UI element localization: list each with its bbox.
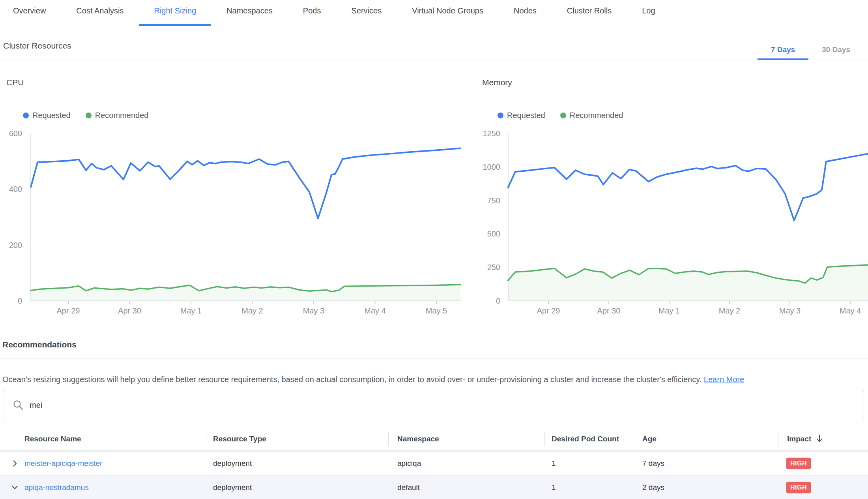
svg-text:Apr 29: Apr 29 [537, 306, 560, 315]
resource-name-link[interactable]: apiqa-nostradamus [24, 483, 89, 492]
namespace-cell: default [397, 483, 420, 492]
column-separator [778, 431, 778, 446]
nav-tab-virtual-node-groups[interactable]: Virtual Node Groups [412, 0, 483, 26]
age-cell: 7 days [642, 459, 664, 468]
legend-label: Requested [507, 111, 545, 120]
svg-text:Apr 30: Apr 30 [597, 306, 621, 315]
search-box [4, 391, 864, 419]
svg-text:May 4: May 4 [364, 306, 385, 315]
legend-dot-icon [498, 113, 503, 118]
column-separator [206, 431, 206, 446]
search-input[interactable] [29, 400, 819, 410]
column-header-desired-pod-count[interactable]: Desired Pod Count [552, 435, 619, 443]
legend-dot-icon [23, 113, 29, 118]
legend-label: Recommended [95, 111, 149, 120]
learn-more-link[interactable]: Learn More [704, 375, 744, 384]
column-separator [635, 431, 635, 446]
cpu-chart: 0200400600Apr 29Apr 30May 1May 2May 3May… [0, 126, 468, 317]
impact-badge: HIGH [786, 458, 811, 469]
page-title: Cluster Resources [3, 41, 71, 51]
nav-tab-label: Log [642, 6, 655, 15]
namespace-cell: apiciqa [397, 459, 421, 468]
section-divider [0, 60, 868, 60]
period-tab-label: 7 Days [771, 45, 795, 54]
svg-text:200: 200 [9, 241, 22, 250]
nav-tab-pods[interactable]: Pods [303, 0, 321, 26]
period-tab-30-days[interactable]: 30 Days [808, 39, 864, 60]
column-header-impact[interactable]: Impact [787, 435, 811, 443]
svg-text:Apr 30: Apr 30 [118, 306, 141, 315]
memory-chart-legend: RequestedRecommended [498, 111, 623, 120]
section-divider [0, 358, 868, 359]
svg-text:May 2: May 2 [241, 306, 263, 315]
recommendations-text: Ocean's resizing suggestions will help y… [2, 375, 702, 384]
legend-dot-icon [560, 113, 566, 118]
svg-text:Apr 29: Apr 29 [57, 306, 80, 315]
column-header-age[interactable]: Age [642, 435, 657, 443]
column-header-resource-name[interactable]: Resource Name [24, 435, 81, 443]
svg-text:0: 0 [18, 296, 22, 305]
resource-name-link[interactable]: meister-apiciqa-meister [24, 459, 102, 468]
nav-tab-overview[interactable]: Overview [13, 0, 46, 26]
legend-item-recommended[interactable]: Recommended [560, 111, 623, 120]
active-tab-underline [139, 24, 211, 26]
chevron-right-icon[interactable] [11, 460, 19, 467]
memory-chart: 025050075010001250Apr 29Apr 30May 1May 2… [473, 126, 868, 317]
svg-text:May 1: May 1 [658, 306, 680, 315]
resource-type-cell: deployment [213, 483, 252, 492]
period-toggle: 7 Days30 Days [758, 39, 864, 60]
column-header-namespace[interactable]: Namespace [397, 435, 439, 443]
svg-text:0: 0 [496, 296, 500, 305]
svg-text:May 1: May 1 [180, 306, 202, 315]
svg-text:May 2: May 2 [719, 306, 740, 315]
svg-text:1250: 1250 [483, 129, 501, 138]
memory-chart-title: Memory [480, 78, 868, 91]
nav-tab-nodes[interactable]: Nodes [514, 0, 537, 26]
legend-item-requested[interactable]: Requested [498, 111, 545, 120]
top-navigation: OverviewCost AnalysisRight SizingNamespa… [0, 0, 868, 26]
chevron-down-icon[interactable] [11, 484, 19, 491]
resource-type-cell: deployment [213, 459, 252, 468]
active-period-underline [758, 58, 808, 60]
column-separator [544, 431, 545, 446]
table-row[interactable]: meister-apiciqa-meisterdeploymentapiciqa… [0, 452, 868, 475]
legend-item-recommended[interactable]: Recommended [86, 111, 149, 120]
nav-tab-cost-analysis[interactable]: Cost Analysis [76, 0, 123, 26]
svg-text:May 3: May 3 [303, 306, 324, 315]
svg-text:400: 400 [9, 185, 22, 193]
table-header: Resource NameResource TypeNamespaceDesir… [0, 428, 868, 450]
cpu-chart-legend: RequestedRecommended [23, 111, 148, 120]
sort-descending-icon[interactable] [815, 434, 824, 443]
nav-tab-label: Cluster Rolls [567, 6, 612, 15]
desired-pod-count-cell: 1 [552, 483, 556, 492]
nav-tab-log[interactable]: Log [642, 0, 655, 26]
nav-tab-right-sizing[interactable]: Right Sizing [154, 0, 196, 26]
recommendations-description: Ocean's resizing suggestions will help y… [2, 375, 744, 384]
search-icon [13, 400, 24, 411]
recommendations-title: Recommendations [2, 340, 77, 349]
svg-text:250: 250 [487, 263, 500, 272]
svg-text:600: 600 [9, 129, 22, 138]
nav-tab-label: Nodes [514, 6, 537, 15]
svg-text:May 3: May 3 [779, 306, 801, 315]
legend-label: Requested [32, 111, 71, 120]
cpu-chart-title: CPU [4, 78, 459, 91]
legend-label: Recommended [570, 111, 623, 120]
nav-tab-cluster-rolls[interactable]: Cluster Rolls [567, 0, 612, 26]
nav-tab-namespaces[interactable]: Namespaces [226, 0, 273, 26]
legend-item-requested[interactable]: Requested [23, 111, 71, 120]
svg-text:May 4: May 4 [840, 306, 861, 315]
column-header-resource-type[interactable]: Resource Type [213, 435, 266, 443]
svg-text:1000: 1000 [483, 163, 501, 171]
nav-tab-services[interactable]: Services [351, 0, 382, 26]
legend-dot-icon [86, 113, 92, 118]
desired-pod-count-cell: 1 [552, 459, 556, 468]
nav-tab-label: Cost Analysis [76, 6, 123, 15]
period-tab-label: 30 Days [822, 45, 850, 54]
row-divider [0, 475, 868, 476]
svg-text:May 5: May 5 [426, 306, 447, 315]
table-row[interactable]: apiqa-nostradamusdeploymentdefault12 day… [0, 476, 868, 499]
svg-text:750: 750 [487, 196, 500, 205]
nav-tab-label: Overview [13, 6, 46, 15]
period-tab-7-days[interactable]: 7 Days [758, 39, 808, 60]
